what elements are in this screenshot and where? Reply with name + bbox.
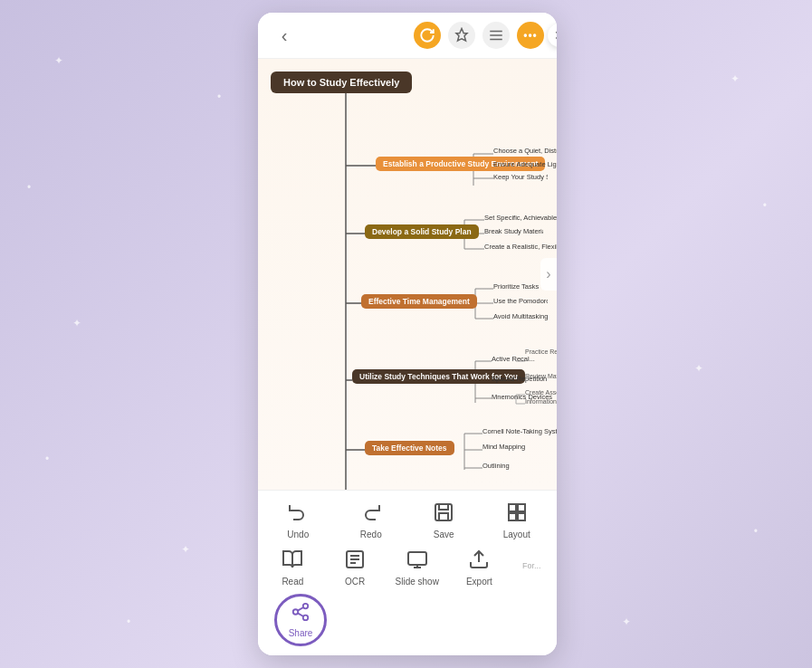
bottom-row-2: Read OCR S: [258, 543, 557, 590]
undo-icon: [283, 498, 312, 527]
save-label: Save: [434, 530, 454, 539]
save-icon: [429, 498, 458, 527]
bottom-row-1: Undo Redo: [258, 491, 557, 543]
redo-icon: [357, 498, 386, 527]
mindmap-svg: [258, 59, 548, 490]
svg-rect-37: [509, 513, 516, 520]
share-label: Share: [289, 628, 313, 638]
read-icon: [278, 545, 307, 574]
rotate-icon: [419, 27, 435, 43]
list-icon: [488, 27, 504, 43]
branch-4-subsub-4: Information...: [525, 398, 557, 405]
list-icon-button[interactable]: [482, 22, 510, 49]
read-label: Read: [282, 577, 303, 587]
redo-tool[interactable]: Redo: [349, 498, 394, 539]
main-panel: ✕ ‹: [258, 13, 557, 655]
branch-3-label: Effective Time Management: [361, 294, 477, 309]
branch-5-sub-2: Mind Mapping: [482, 443, 525, 451]
more-button[interactable]: •••: [517, 22, 544, 49]
branch-2-sub-2: Break Study Material Into Manageable Chu…: [484, 227, 543, 235]
layout-label: Layout: [503, 530, 530, 539]
svg-rect-35: [509, 504, 516, 511]
svg-rect-36: [518, 504, 525, 511]
branch-1-sub-3: Keep Your Study Space Clean and Orga...: [493, 173, 548, 181]
slideshow-tool[interactable]: Slide show: [395, 545, 440, 587]
toolbar: ‹: [258, 13, 557, 59]
branch-2-label: Develop a Solid Study Plan: [365, 224, 479, 239]
ocr-tool[interactable]: OCR: [332, 545, 377, 587]
branch-4-subsub-2: Review Mater...: [525, 373, 557, 379]
branch-1-sub-1: Choose a Quiet, Distraction-Free Area: [493, 147, 557, 155]
svg-point-43: [293, 609, 299, 615]
read-tool[interactable]: Read: [270, 545, 315, 587]
undo-tool[interactable]: Undo: [275, 498, 320, 539]
svg-line-45: [298, 613, 303, 616]
back-button[interactable]: ‹: [271, 22, 298, 49]
branch-5-label: Take Effective Notes: [365, 441, 454, 455]
save-tool[interactable]: Save: [421, 498, 466, 539]
right-arrow[interactable]: ›: [540, 258, 557, 291]
bottom-toolbar: Undo Redo: [258, 490, 557, 655]
branch-2-sub-1: Set Specific, Achievable Goals: [484, 214, 557, 222]
pin-icon: [454, 27, 470, 43]
branch-3-sub-2: Use the Pomodoro Technique (25 mins stud…: [493, 297, 548, 305]
branch-4-subsub-1: Practice Retrieving...: [525, 348, 557, 355]
share-icon: [291, 602, 310, 626]
branch-5-sub-1: Cornell Note-Taking System: [482, 427, 557, 435]
export-tool[interactable]: Export: [456, 545, 502, 587]
redo-label: Redo: [360, 530, 382, 539]
ocr-icon: [340, 545, 369, 574]
branch-1-sub-2: Ensure Adequate Lighting: [493, 160, 557, 168]
export-icon: [464, 545, 493, 574]
layout-icon: [502, 498, 531, 527]
toolbar-left: ‹: [271, 22, 298, 49]
branch-3-sub-3: Avoid Multitasking: [493, 312, 548, 320]
svg-point-44: [303, 616, 309, 621]
share-button[interactable]: Share: [274, 594, 327, 646]
branch-3-sub-1: Prioritize Tasks: [493, 282, 539, 291]
branch-2-sub-3: Create a Realistic, Flexible Schedule: [484, 243, 557, 251]
toolbar-right: •••: [414, 22, 544, 49]
branch-4-sub-1: Active Recal...: [492, 355, 535, 363]
pin-icon-button[interactable]: [448, 22, 475, 49]
undo-label: Undo: [287, 530, 309, 539]
rotate-icon-button[interactable]: [414, 22, 441, 49]
svg-rect-40: [408, 552, 426, 565]
svg-point-42: [303, 604, 309, 609]
svg-line-46: [298, 607, 303, 611]
slideshow-label: Slide show: [396, 577, 439, 587]
layout-tool[interactable]: Layout: [494, 498, 540, 539]
branch-5-sub-3: Outlining: [482, 462, 510, 470]
branch-4-subsub-3: Create Associ...: [525, 389, 557, 396]
export-label: Export: [466, 577, 492, 587]
svg-rect-38: [518, 513, 525, 520]
partial-label: For...: [519, 561, 545, 570]
slideshow-icon: [403, 545, 432, 574]
share-row: Share: [258, 590, 557, 655]
ocr-label: OCR: [345, 577, 365, 587]
mindmap-area: How to Study Effectively: [258, 59, 557, 490]
